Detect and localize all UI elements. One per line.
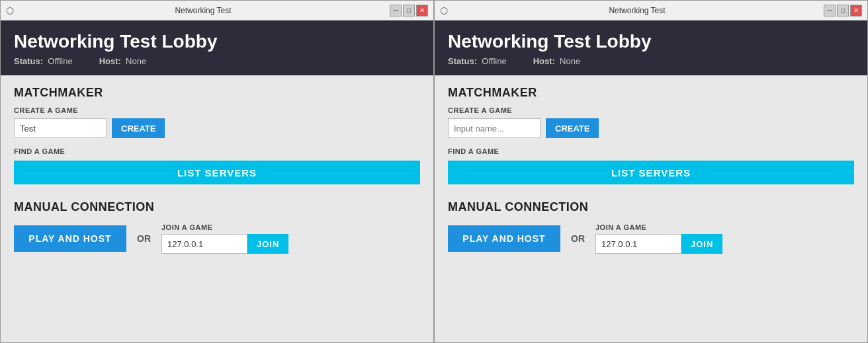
status-value-right: Offline xyxy=(482,56,506,66)
play-host-button-right[interactable]: PLAY AND HOST xyxy=(448,225,560,252)
titlebar-right: ⬡ Networking Test ─ □ ✕ xyxy=(435,1,867,20)
game-name-input-left[interactable] xyxy=(14,118,107,138)
join-button-left[interactable]: JOIN xyxy=(247,234,288,254)
header-status-left: Status: Offline Host: None xyxy=(14,56,420,66)
titlebar-title-right: Networking Test xyxy=(451,6,824,15)
window-right: ⬡ Networking Test ─ □ ✕ Networking Test … xyxy=(434,0,868,343)
join-button-right[interactable]: JOIN xyxy=(681,234,722,254)
or-text-left: OR xyxy=(137,233,151,244)
create-row-right: CREATE xyxy=(448,118,854,138)
minimize-button-left[interactable]: ─ xyxy=(390,5,402,17)
unity-icon-left: ⬡ xyxy=(6,5,17,16)
header-left: Networking Test Lobby Status: Offline Ho… xyxy=(1,20,433,75)
status-value-left: Offline xyxy=(48,56,72,66)
titlebar-left: ⬡ Networking Test ─ □ ✕ xyxy=(1,1,433,20)
status-label-left: Status: xyxy=(14,56,43,66)
titlebar-controls-left: ─ □ ✕ xyxy=(390,5,428,17)
window-left: ⬡ Networking Test ─ □ ✕ Networking Test … xyxy=(0,0,434,343)
join-group-right: JOIN A GAME JOIN xyxy=(595,223,722,254)
restore-button-right[interactable]: □ xyxy=(837,5,849,17)
manual-row-right: PLAY AND HOST OR JOIN A GAME JOIN xyxy=(448,223,854,254)
header-status-right: Status: Offline Host: None xyxy=(448,56,854,66)
status-field-right: Status: Offline xyxy=(448,56,507,66)
minimize-button-right[interactable]: ─ xyxy=(824,5,836,17)
play-host-button-left[interactable]: PLAY AND HOST xyxy=(14,225,126,252)
host-field-right: Host: None xyxy=(533,56,581,66)
create-button-right[interactable]: CREATE xyxy=(546,118,599,138)
find-label-left: FIND A GAME xyxy=(14,147,420,155)
unity-icon-right: ⬡ xyxy=(440,5,451,16)
header-title-left: Networking Test Lobby xyxy=(14,31,420,52)
create-label-left: CREATE A GAME xyxy=(14,106,420,114)
manual-section-right: MANUAL CONNECTION PLAY AND HOST OR JOIN … xyxy=(448,200,854,254)
status-field-left: Status: Offline xyxy=(14,56,73,66)
host-value-left: None xyxy=(126,56,146,66)
join-group-left: JOIN A GAME JOIN xyxy=(161,223,288,254)
host-field-left: Host: None xyxy=(99,56,147,66)
header-right: Networking Test Lobby Status: Offline Ho… xyxy=(435,20,867,75)
join-row-right: JOIN xyxy=(595,234,722,254)
list-servers-button-right[interactable]: LIST SERVERS xyxy=(448,161,854,184)
join-label-left: JOIN A GAME xyxy=(161,223,288,231)
manual-title-left: MANUAL CONNECTION xyxy=(14,200,420,214)
create-row-left: CREATE xyxy=(14,118,420,138)
create-label-right: CREATE A GAME xyxy=(448,106,854,114)
restore-button-left[interactable]: □ xyxy=(403,5,415,17)
host-value-right: None xyxy=(560,56,580,66)
join-label-right: JOIN A GAME xyxy=(595,223,722,231)
matchmaker-title-left: MATCHMAKER xyxy=(14,86,420,100)
manual-row-left: PLAY AND HOST OR JOIN A GAME JOIN xyxy=(14,223,420,254)
join-row-left: JOIN xyxy=(161,234,288,254)
find-label-right: FIND A GAME xyxy=(448,147,854,155)
manual-title-right: MANUAL CONNECTION xyxy=(448,200,854,214)
host-label-left: Host: xyxy=(99,56,121,66)
ip-input-right[interactable] xyxy=(595,234,681,254)
header-title-right: Networking Test Lobby xyxy=(448,31,854,52)
status-label-right: Status: xyxy=(448,56,477,66)
close-button-right[interactable]: ✕ xyxy=(850,5,862,17)
ip-input-left[interactable] xyxy=(161,234,247,254)
content-right: MATCHMAKER CREATE A GAME CREATE FIND A G… xyxy=(435,75,867,342)
titlebar-controls-right: ─ □ ✕ xyxy=(824,5,862,17)
create-button-left[interactable]: CREATE xyxy=(112,118,165,138)
list-servers-button-left[interactable]: LIST SERVERS xyxy=(14,161,420,184)
matchmaker-title-right: MATCHMAKER xyxy=(448,86,854,100)
game-name-input-right[interactable] xyxy=(448,118,541,138)
close-button-left[interactable]: ✕ xyxy=(416,5,428,17)
manual-section-left: MANUAL CONNECTION PLAY AND HOST OR JOIN … xyxy=(14,200,420,254)
content-left: MATCHMAKER CREATE A GAME CREATE FIND A G… xyxy=(1,75,433,342)
titlebar-title-left: Networking Test xyxy=(17,6,390,15)
or-text-right: OR xyxy=(571,233,585,244)
host-label-right: Host: xyxy=(533,56,555,66)
